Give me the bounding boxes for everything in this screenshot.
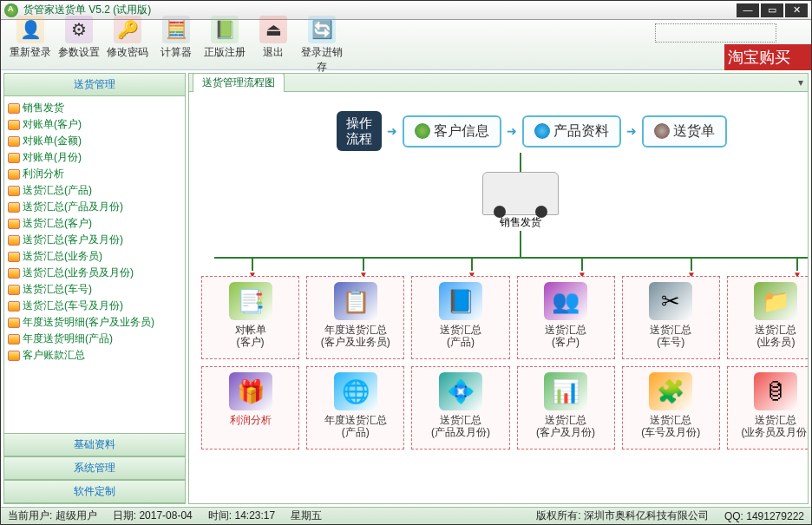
- tree-item[interactable]: 送货汇总(客户及月份): [6, 232, 183, 248]
- tree-item[interactable]: 年度送货明细(客户及业务员): [6, 314, 183, 331]
- folder-icon: [8, 318, 20, 328]
- tab-flowchart[interactable]: 送货管理流程图: [193, 73, 285, 92]
- folder-icon: [8, 136, 20, 147]
- card-icon: 📑: [229, 282, 272, 320]
- folder-icon: [8, 268, 20, 279]
- nav-group-system[interactable]: 系统管理: [4, 456, 185, 480]
- tree-item[interactable]: 送货汇总(车号): [6, 281, 183, 298]
- toolbar-正版注册[interactable]: 📗正版注册: [200, 16, 249, 75]
- tab-dropdown-icon[interactable]: ▾: [794, 76, 808, 89]
- folder-icon: [8, 120, 20, 130]
- flow-card[interactable]: 👥送货汇总(客户): [517, 276, 615, 359]
- customer-icon: [415, 123, 430, 139]
- nav-group-delivery[interactable]: 送货管理: [4, 74, 185, 96]
- folder-icon: [8, 252, 20, 262]
- close-button[interactable]: ✕: [785, 3, 808, 17]
- status-date: 2017-08-04: [139, 509, 192, 522]
- flow-card[interactable]: 📋年度送货汇总(客户及业务员): [306, 276, 404, 359]
- flow-card[interactable]: 📑对帐单(客户): [201, 276, 299, 359]
- card-icon: 🌐: [334, 372, 377, 410]
- tree-item[interactable]: 对账单(金额): [6, 133, 183, 149]
- nav-group-basic[interactable]: 基础资料: [4, 433, 185, 456]
- folder-icon: [8, 301, 20, 312]
- status-copyright: 版权所有: 深圳市奥科亿科技有限公司: [536, 509, 709, 523]
- status-time: 14:23:17: [234, 509, 275, 522]
- flow-card[interactable]: 🧩送货汇总(车号及月份): [622, 366, 720, 450]
- flow-canvas: 操作 流程 ➜ 客户信息 ➜ 产品资料 ➜ 送货单 销售发货 📑对帐单(客户)📋…: [188, 92, 809, 504]
- tree-item[interactable]: 送货汇总(业务员及月份): [6, 265, 183, 281]
- folder-icon: [8, 103, 20, 114]
- tree-item[interactable]: 利润分析: [6, 166, 183, 182]
- toolbar-icon: ⏏: [259, 16, 287, 43]
- flow-customer-info[interactable]: 客户信息: [403, 115, 501, 148]
- toolbar-修改密码[interactable]: 🔑修改密码: [103, 16, 152, 75]
- flow-start-node: 操作 流程: [337, 111, 382, 151]
- minimize-button[interactable]: —: [737, 3, 759, 17]
- folder-icon: [8, 235, 20, 246]
- folder-icon: [8, 334, 20, 345]
- tab-bar: 送货管理流程图 ▾: [188, 73, 809, 92]
- folder-icon: [8, 153, 20, 163]
- arrow-icon: ➜: [387, 124, 397, 138]
- tree-item[interactable]: 对账单(月份): [6, 149, 183, 166]
- card-icon: 👥: [544, 282, 587, 320]
- arrow-icon: ➜: [507, 124, 517, 138]
- toolbar-重新登录[interactable]: 👤重新登录: [6, 16, 55, 75]
- folder-icon: [8, 219, 20, 229]
- card-icon: ✂: [649, 282, 692, 320]
- card-icon: 🧩: [649, 372, 692, 410]
- left-nav-panel: 送货管理 销售发货对账单(客户)对账单(金额)对账单(月份)利润分析送货汇总(产…: [3, 73, 186, 504]
- flow-card[interactable]: 🎁利润分析: [201, 366, 299, 450]
- card-icon: 🛢: [754, 372, 797, 410]
- toolbar-退出[interactable]: ⏏退出: [249, 16, 298, 75]
- flow-delivery-note[interactable]: 送货单: [642, 115, 727, 148]
- flow-card[interactable]: 📁送货汇总(业务员): [727, 276, 809, 359]
- flow-product-info[interactable]: 产品资料: [522, 115, 621, 148]
- van-icon: [482, 172, 559, 215]
- folder-icon: [8, 186, 20, 196]
- folder-icon: [8, 169, 20, 180]
- tree-item[interactable]: 送货汇总(产品及月份): [6, 199, 183, 215]
- tree-item[interactable]: 客户账款汇总: [6, 347, 183, 364]
- tree-item[interactable]: 年度送货明细(产品): [6, 331, 183, 347]
- flow-card[interactable]: 📘送货汇总(产品): [411, 276, 509, 359]
- flow-card[interactable]: 🌐年度送货汇总(产品): [306, 366, 404, 450]
- status-bar: 当前用户: 超级用户 日期: 2017-08-04 时间: 14:23:17 星…: [1, 507, 811, 524]
- flow-sales-delivery[interactable]: 销售发货: [468, 172, 573, 230]
- product-icon: [534, 123, 550, 139]
- toolbar-icon: 👤: [16, 16, 44, 43]
- tree-item[interactable]: 送货汇总(车号及月份): [6, 298, 183, 314]
- status-qq: 1491279222: [746, 510, 804, 522]
- nav-tree: 销售发货对账单(客户)对账单(金额)对账单(月份)利润分析送货汇总(产品)送货汇…: [4, 96, 185, 433]
- toolbar-登录进销存[interactable]: 🔄登录进销存: [298, 16, 346, 75]
- toolbar-计算器[interactable]: 🧮计算器: [152, 16, 200, 75]
- card-icon: 💠: [439, 372, 482, 410]
- flow-card[interactable]: 📊送货汇总(客户及月份): [517, 366, 615, 450]
- toolbar-icon: 📗: [211, 16, 239, 43]
- toolbar-icon: ⚙: [65, 16, 93, 43]
- taobao-buy-button[interactable]: 淘宝购买: [724, 44, 811, 70]
- tree-item[interactable]: 对账单(客户): [6, 116, 183, 133]
- main-toolbar: 👤重新登录⚙参数设置🔑修改密码🧮计算器📗正版注册⏏退出🔄登录进销存 淘宝购买: [1, 20, 811, 70]
- toolbar-参数设置[interactable]: ⚙参数设置: [55, 16, 103, 75]
- folder-icon: [8, 202, 20, 213]
- maximize-button[interactable]: ▭: [761, 3, 783, 17]
- delivery-icon: [654, 123, 670, 139]
- toolbar-icon: 🧮: [162, 16, 190, 43]
- status-weekday: 星期五: [291, 509, 322, 523]
- flow-card[interactable]: 🛢送货汇总(业务员及月份): [727, 366, 809, 450]
- flow-card[interactable]: 💠送货汇总(产品及月份): [411, 366, 509, 450]
- tree-item[interactable]: 送货汇总(业务员): [6, 248, 183, 265]
- nav-group-custom[interactable]: 软件定制: [4, 480, 185, 503]
- card-icon: 📁: [754, 282, 797, 320]
- ribbon-banner: [655, 23, 776, 43]
- tree-item[interactable]: 送货汇总(客户): [6, 215, 183, 232]
- card-icon: 📘: [439, 282, 482, 320]
- tree-item[interactable]: 送货汇总(产品): [6, 182, 183, 199]
- card-icon: 📋: [334, 282, 377, 320]
- arrow-icon: ➜: [626, 124, 637, 138]
- status-user: 超级用户: [56, 509, 97, 522]
- toolbar-icon: 🔑: [114, 16, 141, 43]
- tree-item[interactable]: 销售发货: [6, 100, 183, 116]
- flow-card[interactable]: ✂送货汇总(车号): [622, 276, 720, 359]
